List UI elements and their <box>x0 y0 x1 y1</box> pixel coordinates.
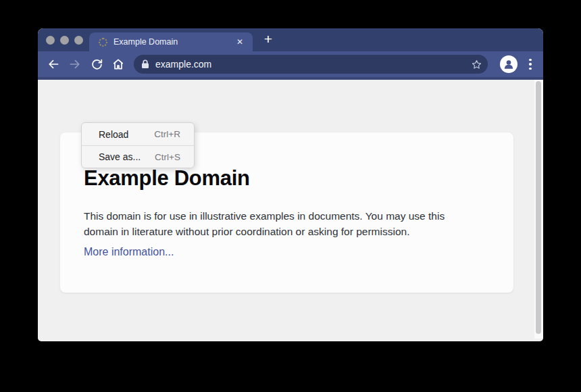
context-menu: Reload Ctrl+R Save as... Ctrl+S <box>81 122 195 168</box>
window-controls <box>46 28 83 51</box>
menu-item-label: Save as... <box>99 151 141 162</box>
tab-example-domain[interactable]: Example Domain ✕ <box>89 32 253 51</box>
window-close-button[interactable] <box>46 36 55 45</box>
menu-item-shortcut: Ctrl+R <box>154 129 180 139</box>
browser-menu-button[interactable] <box>524 55 536 74</box>
profile-avatar-button[interactable] <box>500 55 517 73</box>
scrollbar-thumb[interactable] <box>536 81 541 334</box>
favicon-icon <box>99 38 107 47</box>
menu-item-reload[interactable]: Reload Ctrl+R <box>82 123 194 145</box>
window-minimize-button[interactable] <box>60 36 69 45</box>
back-arrow-icon <box>47 57 60 71</box>
more-information-link[interactable]: More information... <box>84 246 174 258</box>
bookmark-star-button[interactable] <box>469 57 484 72</box>
user-icon <box>502 57 515 71</box>
tab-title: Example Domain <box>113 37 234 47</box>
menu-item-save-as[interactable]: Save as... Ctrl+S <box>82 145 194 168</box>
star-icon <box>471 59 482 70</box>
window-zoom-button[interactable] <box>74 36 83 45</box>
page-viewport: Example Domain This domain is for use in… <box>38 80 543 339</box>
back-button[interactable] <box>43 54 64 74</box>
paragraph-line-1: This domain is for use in illustrative e… <box>84 208 496 224</box>
home-icon <box>111 57 125 71</box>
forward-arrow-icon <box>68 57 82 71</box>
reload-button[interactable] <box>86 54 107 74</box>
menu-item-label: Reload <box>99 129 128 140</box>
vertical-scrollbar[interactable] <box>534 80 543 339</box>
toolbar: example.com <box>38 51 543 80</box>
paragraph-line-2: domain in literature without prior coord… <box>84 224 496 239</box>
forward-button[interactable] <box>65 54 85 74</box>
menu-item-shortcut: Ctrl+S <box>155 152 180 162</box>
page-heading: Example Domain <box>84 166 250 191</box>
reload-icon <box>91 58 103 71</box>
home-button[interactable] <box>108 54 128 74</box>
url-text: example.com <box>155 59 211 70</box>
tab-strip: Example Domain ✕ + <box>38 28 543 51</box>
page-paragraph: This domain is for use in illustrative e… <box>84 208 496 239</box>
new-tab-button[interactable]: + <box>258 29 278 49</box>
tab-close-icon[interactable]: ✕ <box>234 36 246 48</box>
lock-icon[interactable] <box>141 59 149 69</box>
address-bar[interactable]: example.com <box>134 55 488 74</box>
browser-window: Example Domain ✕ + <box>38 28 543 341</box>
